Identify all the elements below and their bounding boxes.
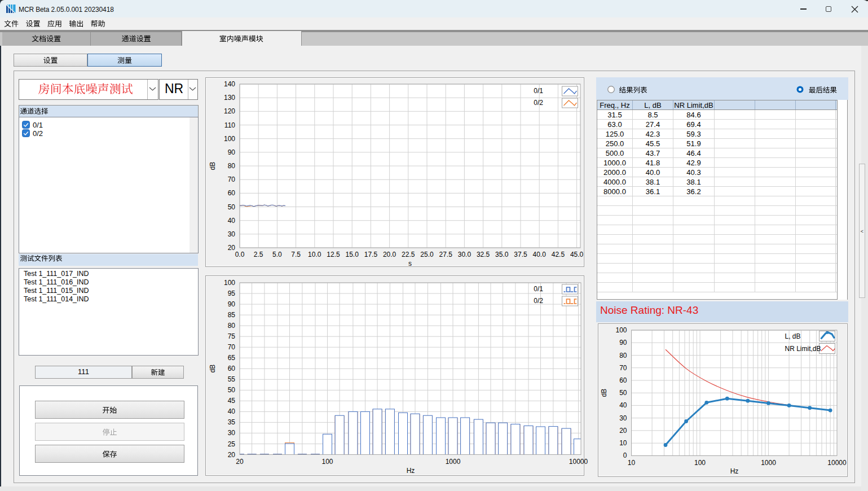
svg-text:30: 30 bbox=[228, 429, 236, 437]
svg-text:70: 70 bbox=[228, 343, 236, 351]
svg-text:40: 40 bbox=[619, 401, 627, 409]
svg-text:5.0: 5.0 bbox=[272, 251, 282, 258]
svg-text:22.5: 22.5 bbox=[402, 251, 415, 258]
svg-text:12.5: 12.5 bbox=[327, 251, 340, 258]
svg-text:32.5: 32.5 bbox=[477, 251, 490, 258]
svg-text:Hz: Hz bbox=[407, 467, 415, 475]
svg-text:55: 55 bbox=[228, 375, 236, 383]
svg-text:17.5: 17.5 bbox=[364, 251, 378, 258]
svg-text:10: 10 bbox=[619, 439, 627, 447]
svg-text:0/1: 0/1 bbox=[534, 87, 543, 95]
svg-text:50: 50 bbox=[228, 386, 236, 394]
svg-text:100: 100 bbox=[615, 326, 627, 334]
svg-text:85: 85 bbox=[228, 311, 236, 319]
svg-text:80: 80 bbox=[619, 352, 627, 360]
svg-text:10.0: 10.0 bbox=[308, 251, 321, 258]
svg-text:27.5: 27.5 bbox=[439, 251, 453, 258]
svg-text:0/2: 0/2 bbox=[534, 99, 543, 107]
svg-text:45.0: 45.0 bbox=[570, 251, 584, 258]
svg-text:140: 140 bbox=[224, 80, 235, 88]
svg-text:25: 25 bbox=[228, 440, 236, 448]
svg-text:30: 30 bbox=[228, 230, 236, 238]
svg-text:100: 100 bbox=[321, 458, 333, 466]
svg-text:Hz: Hz bbox=[730, 467, 739, 475]
svg-text:120: 120 bbox=[224, 107, 235, 115]
svg-text:95: 95 bbox=[228, 290, 236, 297]
svg-text:dB: dB bbox=[600, 389, 608, 397]
svg-text:30.0: 30.0 bbox=[458, 251, 472, 258]
svg-text:40: 40 bbox=[228, 217, 236, 225]
svg-text:7.5: 7.5 bbox=[291, 251, 301, 258]
svg-text:35.0: 35.0 bbox=[495, 251, 509, 258]
svg-text:80: 80 bbox=[228, 162, 236, 170]
svg-text:37.5: 37.5 bbox=[514, 251, 527, 258]
svg-text:NR Limit,dB: NR Limit,dB bbox=[785, 345, 821, 353]
svg-text:100: 100 bbox=[224, 135, 235, 143]
svg-text:100: 100 bbox=[694, 459, 706, 467]
svg-text:s: s bbox=[408, 260, 412, 268]
svg-text:90: 90 bbox=[228, 148, 236, 156]
svg-text:35: 35 bbox=[228, 418, 236, 426]
svg-text:20.0: 20.0 bbox=[383, 251, 396, 258]
svg-text:0/1: 0/1 bbox=[534, 285, 543, 293]
svg-text:10000: 10000 bbox=[569, 458, 588, 466]
svg-text:60: 60 bbox=[228, 365, 236, 372]
svg-text:45: 45 bbox=[228, 397, 236, 405]
svg-text:0/2: 0/2 bbox=[534, 297, 543, 305]
svg-text:20: 20 bbox=[236, 458, 244, 466]
svg-text:70: 70 bbox=[228, 176, 236, 183]
svg-text:10: 10 bbox=[628, 459, 636, 467]
svg-text:dB: dB bbox=[209, 365, 217, 373]
svg-text:60: 60 bbox=[619, 376, 627, 384]
svg-text:42.5: 42.5 bbox=[552, 251, 565, 258]
svg-text:30: 30 bbox=[619, 414, 627, 422]
svg-text:50: 50 bbox=[228, 203, 236, 211]
svg-text:0.0: 0.0 bbox=[235, 251, 245, 258]
svg-text:40: 40 bbox=[228, 407, 236, 415]
svg-text:20: 20 bbox=[228, 451, 236, 459]
svg-text:20: 20 bbox=[228, 244, 236, 252]
svg-text:70: 70 bbox=[619, 364, 627, 372]
svg-text:1000: 1000 bbox=[761, 459, 776, 467]
svg-text:dB: dB bbox=[209, 162, 217, 170]
svg-text:10000: 10000 bbox=[827, 459, 847, 467]
svg-text:80: 80 bbox=[228, 322, 236, 330]
svg-text:20: 20 bbox=[619, 427, 627, 435]
svg-text:130: 130 bbox=[224, 94, 235, 102]
svg-text:L, dB: L, dB bbox=[785, 332, 801, 340]
svg-text:90: 90 bbox=[228, 300, 236, 308]
svg-text:65: 65 bbox=[228, 354, 236, 362]
svg-text:1000: 1000 bbox=[446, 458, 461, 466]
svg-text:60: 60 bbox=[228, 189, 236, 197]
svg-text:25.0: 25.0 bbox=[420, 251, 434, 258]
svg-text:75: 75 bbox=[228, 332, 236, 340]
svg-text:15.0: 15.0 bbox=[346, 251, 359, 258]
svg-text:40.0: 40.0 bbox=[533, 251, 547, 258]
svg-text:0: 0 bbox=[623, 451, 627, 459]
svg-text:110: 110 bbox=[224, 121, 235, 129]
svg-text:100: 100 bbox=[224, 279, 235, 287]
svg-text:2.5: 2.5 bbox=[254, 251, 263, 258]
svg-text:50: 50 bbox=[619, 389, 627, 397]
svg-text:90: 90 bbox=[619, 339, 627, 347]
